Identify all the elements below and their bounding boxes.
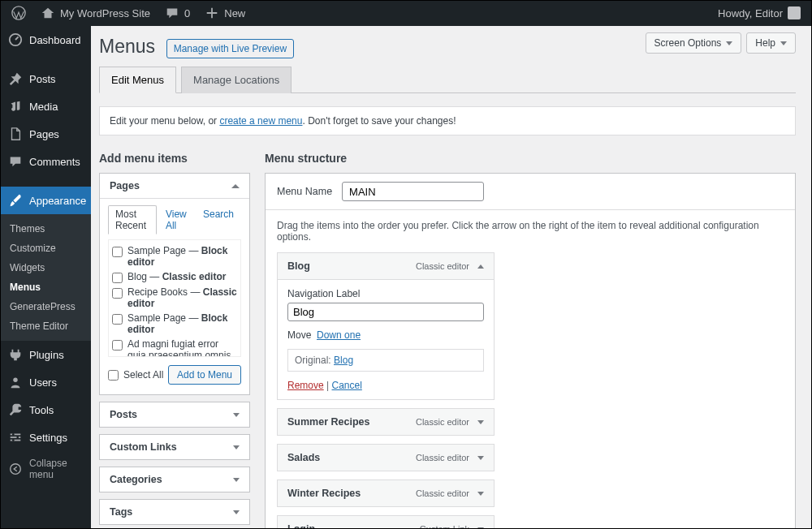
select-all-row[interactable]: Select All (108, 369, 163, 381)
nav-posts[interactable]: Posts (0, 65, 91, 92)
page-checkbox[interactable] (112, 288, 123, 299)
collapse-menu[interactable]: Collapse menu (0, 451, 91, 487)
page-checkbox-row[interactable]: Recipe Books — Classic editor (112, 285, 237, 311)
page-checkbox[interactable] (112, 247, 123, 257)
original-label: Original: (295, 355, 331, 366)
sub-generatepress[interactable]: GeneratePress (0, 297, 91, 316)
page-checkbox[interactable] (112, 340, 123, 351)
caret-down-icon (726, 41, 732, 45)
pages-metabox-toggle[interactable]: Pages (100, 174, 249, 199)
svg-rect-4 (11, 437, 21, 438)
admin-sidebar: Dashboard Posts Media Pages Comments App… (0, 26, 91, 529)
box-title: Categories (110, 474, 162, 485)
menu-item-toggle[interactable]: SaladsClassic editor (278, 445, 494, 471)
notice-text: Edit your menu below, or (110, 115, 219, 127)
screen-options-button[interactable]: Screen Options (646, 32, 742, 54)
caret-up-icon (231, 184, 240, 188)
pages-title: Pages (110, 180, 140, 191)
account-link[interactable]: Howdy, Editor (711, 0, 807, 26)
tab-edit-menus[interactable]: Edit Menus (99, 67, 176, 93)
svg-rect-5 (11, 440, 21, 441)
comment-icon (8, 154, 23, 169)
nav-label-input[interactable] (287, 303, 484, 321)
subtab-search[interactable]: Search (196, 205, 241, 234)
nav-plugins[interactable]: Plugins (0, 341, 91, 368)
add-to-menu-button[interactable]: Add to Menu (168, 365, 241, 385)
original-link[interactable]: Blog (334, 355, 353, 366)
add-items-heading: Add menu items (99, 152, 250, 165)
categories-metabox-toggle[interactable]: Categories (100, 467, 249, 492)
page-checkbox-row[interactable]: Sample Page — Block editor (112, 243, 237, 269)
sub-widgets[interactable]: Widgets (0, 258, 91, 277)
posts-metabox-toggle[interactable]: Posts (100, 402, 249, 427)
caret-down-icon (233, 478, 240, 482)
media-icon (8, 99, 23, 114)
nav-appearance[interactable]: Appearance (0, 187, 91, 214)
comment-icon (165, 6, 179, 20)
menu-item-toggle[interactable]: Winter RecipesClassic editor (278, 480, 494, 506)
move-down-link[interactable]: Down one (317, 329, 361, 341)
nav-pages[interactable]: Pages (0, 120, 91, 148)
nav-comments[interactable]: Comments (0, 148, 91, 175)
screen-options-label: Screen Options (654, 37, 722, 49)
comments-count: 0 (184, 7, 190, 19)
sub-menus[interactable]: Menus (0, 277, 91, 297)
svg-point-6 (12, 433, 15, 436)
sub-customize[interactable]: Customize (0, 239, 91, 258)
page-checkbox-row[interactable]: Ad magni fugiat error quia praesentium o… (112, 337, 237, 357)
page-checkbox[interactable] (112, 314, 123, 325)
live-preview-button[interactable]: Manage with Live Preview (166, 39, 294, 58)
menu-item-title: Summer Recipes (287, 416, 369, 428)
menu-item-type: Custom Link (420, 524, 469, 529)
box-title: Tags (110, 506, 132, 518)
menu-item-toggle[interactable]: LoginCustom Link (278, 516, 494, 529)
menu-name-input[interactable] (342, 182, 484, 201)
subtab-recent[interactable]: Most Recent (108, 205, 157, 234)
caret-down-icon (233, 413, 240, 417)
site-link[interactable]: My WordPress Site (34, 0, 157, 26)
cancel-link[interactable]: Cancel (332, 380, 362, 391)
menu-item-title: Winter Recipes (287, 488, 361, 499)
sub-theme-editor[interactable]: Theme Editor (0, 316, 91, 336)
page-checkbox-row[interactable]: Blog — Classic editor (112, 269, 237, 285)
nav-label: Settings (29, 432, 67, 444)
menu-item-title: Login (287, 523, 315, 529)
nav-label: Users (29, 376, 57, 389)
tags-metabox-toggle[interactable]: Tags (100, 500, 249, 524)
svg-point-9 (11, 464, 21, 475)
nav-dashboard[interactable]: Dashboard (0, 26, 91, 54)
select-all-label: Select All (123, 369, 163, 381)
help-button[interactable]: Help (746, 32, 796, 54)
nav-users[interactable]: Users (0, 368, 91, 396)
select-all-checkbox[interactable] (108, 370, 119, 381)
create-menu-link[interactable]: create a new menu (219, 115, 302, 127)
menu-item-toggle[interactable]: Summer RecipesClassic editor (278, 409, 494, 435)
remove-link[interactable]: Remove (287, 380, 324, 391)
page-checkbox-row[interactable]: Sample Page — Block editor (112, 311, 237, 337)
settings-icon (8, 430, 23, 445)
nav-media[interactable]: Media (0, 92, 91, 120)
pages-metabox: Pages Most Recent View All Search Sample… (99, 173, 250, 395)
comments-link[interactable]: 0 (158, 0, 197, 26)
notice-text: . Don't forget to save your changes! (302, 115, 456, 127)
svg-point-7 (16, 437, 19, 439)
nav-tools[interactable]: Tools (0, 396, 91, 424)
menu-name-label: Menu Name (277, 186, 332, 197)
nav-settings[interactable]: Settings (0, 424, 91, 451)
menu-item-login: LoginCustom Link (277, 515, 495, 529)
subtab-viewall[interactable]: View All (158, 205, 194, 234)
sub-themes[interactable]: Themes (0, 219, 91, 239)
new-content[interactable]: New (198, 0, 252, 26)
wp-logo[interactable] (5, 0, 32, 26)
appearance-submenu: Themes Customize Widgets Menus GenerateP… (0, 214, 91, 341)
tab-manage-locations[interactable]: Manage Locations (181, 67, 292, 93)
customlinks-metabox-toggle[interactable]: Custom Links (100, 435, 249, 459)
pages-list[interactable]: Sample Page — Block editor Blog — Classi… (108, 239, 241, 357)
menu-item-toggle[interactable]: Blog Classic editor (278, 253, 494, 280)
page-checkbox[interactable] (112, 273, 123, 283)
caret-down-icon (477, 492, 484, 496)
collapse-icon (8, 462, 23, 476)
nav-label: Pages (29, 128, 59, 140)
nav-label: Tools (29, 404, 54, 416)
caret-down-icon (780, 41, 787, 45)
